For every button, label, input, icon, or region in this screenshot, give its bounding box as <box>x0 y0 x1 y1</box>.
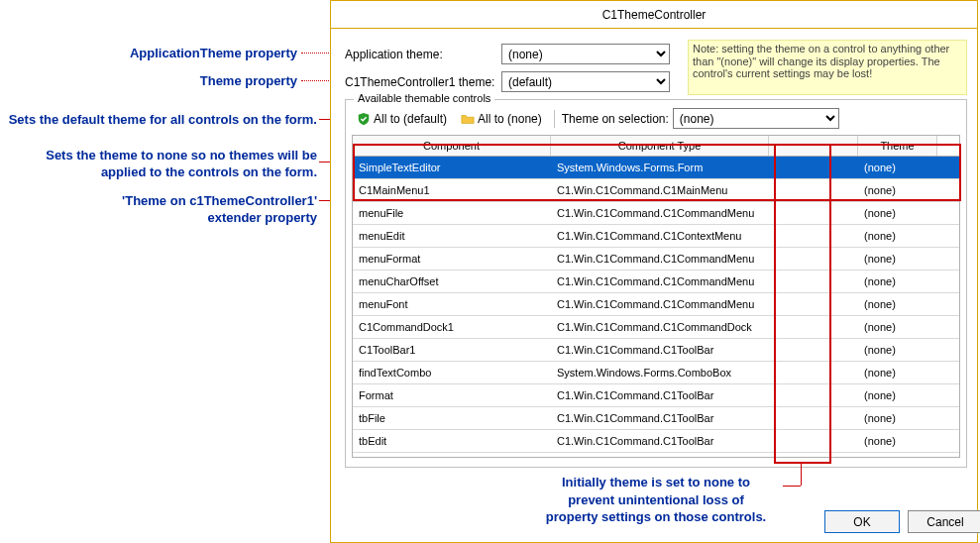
cell-type: C1.Win.C1Command.C1CommandDock <box>551 321 769 333</box>
dialog-buttons: OK Cancel <box>824 510 980 533</box>
cell-component: C1MainMenu1 <box>353 184 551 196</box>
label-theme-on-selection: Theme on selection: <box>562 112 669 126</box>
annotation-initial: Initially theme is set to none to preven… <box>527 474 785 526</box>
shield-check-icon <box>357 112 371 126</box>
grid-body: SimpleTextEditorSystem.Windows.Forms.For… <box>353 157 959 457</box>
table-row[interactable]: SimpleTextEditorSystem.Windows.Forms.For… <box>353 157 959 179</box>
window-title: C1ThemeController <box>602 8 707 22</box>
cell-theme: (none) <box>858 230 937 242</box>
cell-theme: (none) <box>858 253 937 265</box>
folder-icon <box>461 112 475 126</box>
groupbox-controls: Available themable controls All to (defa… <box>345 99 967 468</box>
label-ctrl-theme: C1ThemeController1 theme: <box>345 75 501 89</box>
cell-type: C1.Win.C1Command.C1CommandMenu <box>551 207 769 219</box>
cell-type: C1.Win.C1Command.C1CommandMenu <box>551 298 769 310</box>
cell-type: C1.Win.C1Command.C1CommandMenu <box>551 253 769 265</box>
warning-note: Note: setting the theme on a control to … <box>688 40 967 95</box>
row-ctrl-theme: C1ThemeController1 theme: (default) <box>345 71 670 92</box>
leader-line <box>801 464 802 486</box>
toolbar: All to (default) All to (none) Theme on … <box>346 104 966 133</box>
table-row[interactable]: menuFontC1.Win.C1Command.C1CommandMenu(n… <box>353 293 959 316</box>
cell-theme: (none) <box>858 412 937 424</box>
cell-component: menuFormat <box>353 253 551 265</box>
cell-component: SimpleTextEditor <box>353 162 551 173</box>
grid-header: Component Component Type Theme <box>353 136 959 157</box>
table-row[interactable]: C1ToolBar1C1.Win.C1Command.C1ToolBar(non… <box>353 339 959 362</box>
col-header-component[interactable]: Component <box>353 136 551 156</box>
label-app-theme: Application theme: <box>345 48 501 61</box>
cell-type: C1.Win.C1Command.C1ToolBar <box>551 389 769 401</box>
cell-theme: (none) <box>858 367 937 379</box>
table-row[interactable]: C1MainMenu1C1.Win.C1Command.C1MainMenu(n… <box>353 179 959 202</box>
table-row[interactable]: FormatC1.Win.C1Command.C1ToolBar(none) <box>353 384 959 407</box>
cell-component: tbEdit <box>353 435 551 447</box>
combo-theme-on-selection[interactable]: (none) <box>673 108 839 129</box>
col-header-type[interactable]: Component Type <box>551 136 769 156</box>
leader-line <box>783 486 801 487</box>
title-bar: C1ThemeController <box>331 1 977 29</box>
groupbox-label: Available themable controls <box>354 92 494 104</box>
cell-type: System.Windows.Forms.ComboBox <box>551 367 769 379</box>
cell-theme: (none) <box>858 207 937 219</box>
btn-all-default[interactable]: All to (default) <box>352 109 452 129</box>
col-header-theme[interactable]: Theme <box>858 136 937 156</box>
annotation-default-theme: Sets the default theme for all controls … <box>0 112 317 129</box>
cancel-button[interactable]: Cancel <box>908 510 980 533</box>
btn-all-none[interactable]: All to (none) <box>456 109 547 129</box>
cell-theme: (none) <box>858 298 937 310</box>
cell-component: menuEdit <box>353 230 551 242</box>
annotation-none-theme: Sets the theme to none so no themes will… <box>0 148 317 181</box>
table-row[interactable]: menuEditC1.Win.C1Command.C1ContextMenu(n… <box>353 225 959 248</box>
combo-app-theme[interactable]: (none) <box>501 44 670 64</box>
table-row[interactable]: tbEditC1.Win.C1Command.C1ToolBar(none) <box>353 430 959 453</box>
table-row[interactable]: findTextComboSystem.Windows.Forms.ComboB… <box>353 362 959 384</box>
cell-type: C1.Win.C1Command.C1CommandMenu <box>551 275 769 287</box>
table-row[interactable]: menuFileC1.Win.C1Command.C1CommandMenu(n… <box>353 202 959 225</box>
table-row[interactable]: menuCharOffsetC1.Win.C1Command.C1Command… <box>353 271 959 293</box>
table-row[interactable]: C1CommandDock1C1.Win.C1Command.C1Command… <box>353 316 959 339</box>
btn-all-none-label: All to (none) <box>478 112 542 126</box>
cell-type: C1.Win.C1Command.C1ContextMenu <box>551 230 769 242</box>
cell-type: C1.Win.C1Command.C1MainMenu <box>551 184 769 196</box>
controls-grid: Component Component Type Theme SimpleTex… <box>352 135 960 458</box>
cell-type: C1.Win.C1Command.C1ToolBar <box>551 344 769 356</box>
btn-all-default-label: All to (default) <box>374 112 447 126</box>
ok-button[interactable]: OK <box>824 510 900 533</box>
cell-theme: (none) <box>858 162 937 173</box>
table-row[interactable]: tbFileC1.Win.C1Command.C1ToolBar(none) <box>353 407 959 430</box>
table-row[interactable]: menuFormatC1.Win.C1Command.C1CommandMenu… <box>353 248 959 271</box>
cell-theme: (none) <box>858 321 937 333</box>
col-header-spacer <box>769 136 858 156</box>
toolbar-separator <box>554 110 555 128</box>
cell-component: C1CommandDock1 <box>353 321 551 333</box>
cell-component: menuCharOffset <box>353 275 551 287</box>
annotation-app-theme: ApplicationTheme property <box>0 46 297 62</box>
annotation-theme-prop: Theme property <box>0 73 297 90</box>
cell-component: tbFile <box>353 412 551 424</box>
cell-theme: (none) <box>858 275 937 287</box>
annotation-extender: 'Theme on c1ThemeController1' extender p… <box>0 193 317 227</box>
cell-theme: (none) <box>858 435 937 447</box>
cell-theme: (none) <box>858 184 937 196</box>
combo-ctrl-theme[interactable]: (default) <box>501 71 670 92</box>
cell-component: Format <box>353 389 551 401</box>
cell-component: findTextCombo <box>353 367 551 379</box>
row-app-theme: Application theme: (none) <box>345 44 670 64</box>
cell-theme: (none) <box>858 389 937 401</box>
cell-type: C1.Win.C1Command.C1ToolBar <box>551 412 769 424</box>
cell-component: C1ToolBar1 <box>353 344 551 356</box>
cell-type: System.Windows.Forms.Form <box>551 162 769 173</box>
cell-component: menuFont <box>353 298 551 310</box>
cell-theme: (none) <box>858 344 937 356</box>
cell-type: C1.Win.C1Command.C1ToolBar <box>551 435 769 447</box>
cell-component: menuFile <box>353 207 551 219</box>
